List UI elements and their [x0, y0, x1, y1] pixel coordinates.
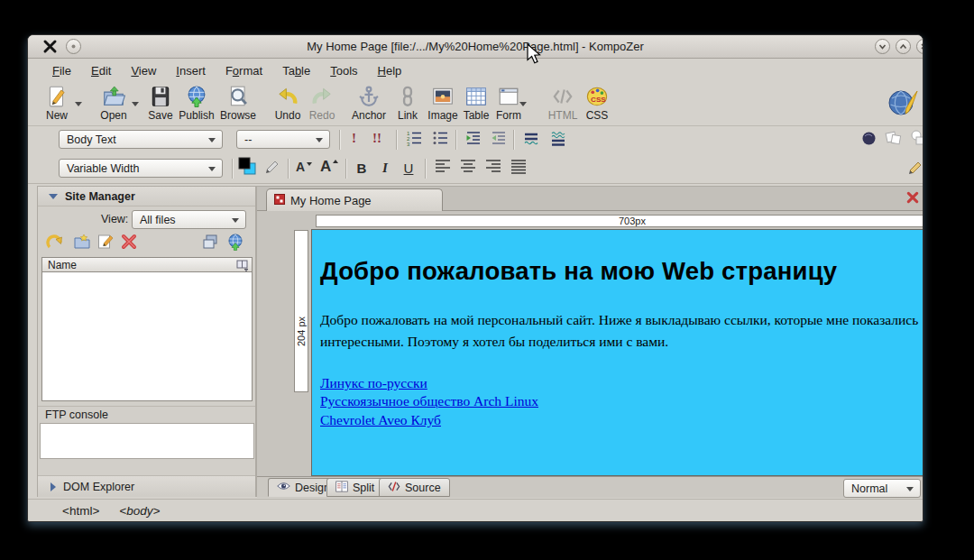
align-right-button[interactable] — [482, 158, 504, 178]
menu-help[interactable]: Help — [370, 61, 410, 80]
reload-site-button[interactable] — [45, 234, 65, 253]
new-button[interactable]: New — [36, 85, 78, 124]
image-icon — [431, 85, 455, 108]
css-button[interactable]: CSS CSS — [576, 85, 618, 124]
undo-button-label: Undo — [275, 109, 301, 122]
css-class-value: -- — [244, 133, 252, 146]
menu-edit[interactable]: Edit — [83, 61, 119, 80]
source-view-tab[interactable]: Source — [379, 478, 450, 497]
font-select[interactable]: Variable Width — [59, 159, 223, 178]
chevron-down-icon — [232, 218, 239, 223]
cascade-windows-button[interactable] — [200, 234, 220, 253]
close-tab-icon[interactable] — [906, 191, 919, 204]
block-lines-icon — [522, 129, 540, 151]
view-label: View: — [101, 213, 128, 225]
toolbar-extra-pencil-button[interactable] — [905, 158, 923, 178]
open-dropdown-arrow[interactable] — [132, 102, 139, 106]
document-canvas[interactable]: Добро пожаловать на мою Web страницу Доб… — [311, 229, 923, 476]
menu-file[interactable]: File — [44, 61, 79, 80]
name-column-header[interactable]: Name — [41, 257, 253, 272]
toolbar-extra-shape-button[interactable] — [908, 130, 923, 150]
block-squiggle-icon — [549, 129, 567, 151]
new-site-button[interactable] — [72, 234, 92, 253]
split-view-tab[interactable]: Split — [326, 478, 383, 497]
document-link-1[interactable]: Линукс по-русски — [320, 374, 427, 392]
menu-format[interactable]: Format — [217, 61, 271, 80]
form-dropdown-arrow[interactable] — [519, 102, 527, 106]
document-links: Линукс по-русски Русскоязычное общество … — [320, 374, 923, 429]
html-markup-icon — [551, 85, 574, 108]
format-toolbar-row2: Variable Width A A B I U — [28, 153, 923, 184]
ftp-console-header[interactable]: FTP console — [38, 406, 255, 423]
window-maximize-button[interactable] — [896, 39, 911, 54]
statusbar-tag-body[interactable]: <body> — [119, 504, 160, 518]
align-justify-button[interactable] — [508, 158, 529, 178]
align-center-button[interactable] — [457, 158, 479, 178]
anchor-button[interactable]: Anchor — [348, 85, 390, 124]
open-site-globe-button[interactable] — [225, 234, 245, 253]
dom-explorer-title: DOM Explorer — [63, 481, 134, 493]
toolbar-extra-sphere-button[interactable] — [858, 130, 879, 150]
view-filter-value: All files — [140, 214, 176, 226]
highlighter-button[interactable] — [261, 158, 282, 178]
view-filter-select[interactable]: All files — [132, 210, 246, 229]
window-shade-button[interactable] — [875, 39, 890, 54]
menu-insert[interactable]: Insert — [168, 61, 214, 80]
redo-button[interactable]: Redo — [301, 85, 343, 124]
italic-button[interactable]: I — [374, 158, 396, 178]
paragraph-format-select[interactable]: Body Text — [59, 130, 223, 149]
site-file-list[interactable] — [41, 272, 253, 401]
menu-tools[interactable]: Tools — [322, 61, 365, 80]
bullet-list-button[interactable] — [429, 130, 451, 150]
chevron-down-icon — [906, 487, 914, 491]
yellow-curved-arrow-icon — [46, 233, 64, 254]
outdent-button[interactable] — [488, 130, 510, 150]
bold-button[interactable]: B — [351, 158, 372, 178]
document-paragraph[interactable]: Добро пожаловать на мой персональный сай… — [320, 309, 923, 353]
kompozer-window: My Home Page [file:/.../My%20Home%20Page… — [27, 34, 923, 522]
strong-emphasis-button[interactable]: !! — [369, 130, 391, 150]
underline-button[interactable]: U — [398, 158, 419, 178]
menu-view[interactable]: View — [123, 61, 164, 80]
split-view-icon — [335, 481, 348, 495]
toolbar-separator — [513, 130, 514, 150]
edit-site-button[interactable] — [96, 234, 115, 253]
decrease-font-size-button[interactable]: A — [293, 158, 315, 178]
statusbar-tag-html[interactable]: <html> — [62, 504, 99, 518]
browse-button[interactable]: Browse — [217, 85, 259, 124]
cascade-windows-icon — [201, 233, 219, 254]
indent-icon — [464, 129, 482, 151]
align-left-button[interactable] — [432, 158, 454, 178]
publish-button[interactable]: Publish — [176, 85, 217, 124]
document-link-2[interactable]: Русскоязычное общество Arch Linux — [320, 392, 538, 410]
new-page-icon — [45, 85, 69, 108]
toolbar-separator — [345, 159, 346, 179]
chevron-down-icon — [316, 138, 323, 142]
color-picker-button[interactable] — [236, 158, 258, 178]
numbered-list-button[interactable]: 123 — [403, 130, 425, 150]
site-manager-header[interactable]: Site Manager — [38, 187, 255, 207]
toolbar-extra-shapes-button[interactable] — [883, 130, 905, 150]
title-bar: My Home Page [file:/.../My%20Home%20Page… — [28, 35, 923, 59]
indent-button[interactable] — [463, 130, 484, 150]
new-dropdown-arrow[interactable] — [75, 102, 82, 106]
source-tab-label: Source — [405, 482, 441, 494]
increase-font-size-button[interactable]: A — [318, 157, 340, 177]
zoom-level-select[interactable]: Normal — [843, 479, 921, 498]
document-link-3[interactable]: Chevrolet Aveo Клуб — [320, 411, 441, 429]
view-row: View: All files — [38, 209, 255, 229]
dom-explorer-header[interactable]: DOM Explorer — [38, 475, 255, 497]
block-marks-button-a[interactable] — [520, 130, 542, 150]
menu-table[interactable]: Table — [274, 61, 318, 80]
font-larger-icon: A — [318, 155, 340, 179]
table-button-label: Table — [464, 109, 490, 122]
block-marks-button-b[interactable] — [547, 130, 569, 150]
emphasis-button[interactable]: ! — [344, 130, 365, 150]
css-class-select[interactable]: -- — [236, 130, 330, 149]
document-tab[interactable]: My Home Page — [266, 188, 443, 211]
toolbar-separator — [455, 130, 456, 150]
document-heading[interactable]: Добро пожаловать на мою Web страницу — [320, 257, 923, 286]
open-button[interactable]: Open — [93, 85, 134, 124]
remove-site-button[interactable] — [119, 234, 139, 253]
align-left-icon — [434, 157, 452, 179]
